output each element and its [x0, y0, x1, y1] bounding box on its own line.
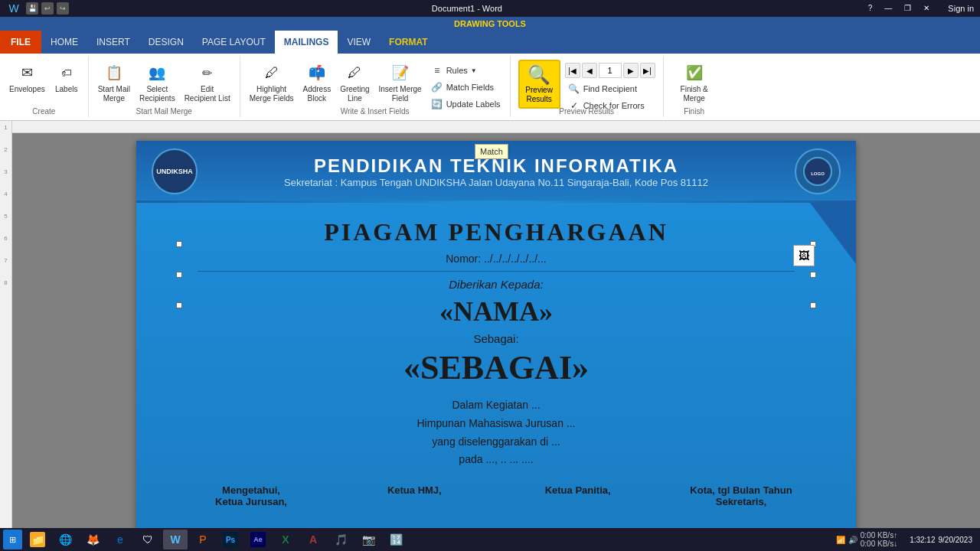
tab-view[interactable]: VIEW: [338, 31, 380, 54]
create-group-label: Create: [0, 107, 88, 116]
rules-button[interactable]: ≡ Rules ▼: [428, 63, 504, 78]
restore-button[interactable]: ❐: [901, 4, 914, 13]
selection-handle-tl[interactable]: [176, 241, 182, 247]
sig-col-2: Ketua HMJ, ... NIM. ...: [345, 484, 483, 534]
tab-page-layout[interactable]: PAGE LAYOUT: [193, 31, 275, 54]
tab-home[interactable]: HOME: [41, 31, 87, 54]
match-fields-button[interactable]: 🔗 Match Fields: [428, 80, 504, 95]
media-icon: 🎵: [333, 532, 348, 547]
file-explorer-icon: 📁: [30, 532, 45, 547]
header-text: PENDIDIKAN TEKNIK INFORMATIKA Sekretaria…: [210, 155, 782, 188]
browser3-button[interactable]: e: [108, 530, 132, 549]
sig-sub-2: Ketua HMJ,: [345, 484, 483, 496]
nav-first-button[interactable]: |◀: [565, 63, 580, 78]
save-icon[interactable]: 💾: [26, 2, 38, 15]
ribbon-group-preview-results: 🔍 PreviewResults |◀ ◀ ▶ ▶| 🔍 Find Recipi…: [511, 57, 664, 117]
browser2-button[interactable]: 🦊: [80, 530, 105, 549]
edit-recipient-icon: ✏: [197, 62, 218, 83]
insert-merge-label: Insert MergeField: [379, 85, 422, 103]
envelopes-button[interactable]: ✉ Envelopes: [6, 60, 48, 96]
find-recipient-icon: 🔍: [568, 83, 580, 95]
calc-icon: 🔢: [388, 532, 403, 547]
excel-button[interactable]: X: [273, 530, 298, 549]
doc-nama-field: «NAMA»: [167, 295, 825, 328]
logo-right: LOGO: [795, 148, 841, 194]
excel-icon: X: [278, 532, 293, 547]
clock: 0:00 KB/s↑0:00 KB/s↓: [861, 531, 897, 548]
title-bar-left: W 💾 ↩ ↪: [6, 1, 69, 16]
logo-left: UNDIKSHA: [152, 148, 198, 194]
access-icon: A: [305, 532, 321, 547]
word-icon: W: [6, 1, 21, 16]
media-button[interactable]: 🎵: [328, 530, 353, 549]
sig-title-1: Mengetahui,: [182, 484, 320, 496]
doc-scroll-area[interactable]: UNDIKSHA PENDIDIKAN TEKNIK INFORMATIKA S…: [12, 133, 980, 534]
redo-icon[interactable]: ↪: [57, 2, 69, 15]
selection-handle-mr[interactable]: [810, 272, 816, 278]
nav-row: |◀ ◀ ▶ ▶|: [565, 63, 655, 78]
labels-icon: 🏷: [56, 62, 77, 83]
start-mail-merge-label: Start MailMerge: [98, 85, 130, 103]
tab-file[interactable]: FILE: [0, 31, 41, 54]
window-controls[interactable]: ? — ❐ ✕ Sign in: [865, 4, 974, 13]
highlight-merge-icon: 🖊: [261, 62, 283, 83]
insert-merge-icon: 📝: [390, 62, 411, 83]
selection-handle-bl[interactable]: [176, 302, 182, 308]
camera-button[interactable]: 📷: [356, 530, 381, 549]
word-taskbar-button[interactable]: W: [163, 530, 188, 549]
tab-mailings[interactable]: MAILINGS: [275, 31, 338, 54]
photoshop-icon: Ps: [223, 532, 238, 547]
browser1-button[interactable]: 🌐: [53, 530, 77, 549]
close-button[interactable]: ✕: [920, 4, 933, 13]
ribbon-group-finish: ✅ Finish &Merge Finish: [664, 57, 725, 117]
tab-design[interactable]: DESIGN: [139, 31, 193, 54]
nav-prev-button[interactable]: ◀: [582, 63, 597, 78]
ribbon-content: ✉ Envelopes 🏷 Labels Create 📋 Start Mail…: [0, 54, 980, 121]
document-container: 1 2 3 4 5 6 7 8 UNDIKSHA PENDIDIKAN TEKN…: [0, 121, 980, 534]
time: 1:32:12: [910, 536, 935, 544]
ae-button[interactable]: Ae: [246, 530, 270, 549]
powerpoint-button[interactable]: P: [191, 530, 215, 549]
access-button[interactable]: A: [301, 530, 325, 549]
ribbon-tabs[interactable]: FILE HOME INSERT DESIGN PAGE LAYOUT MAIL…: [0, 31, 980, 54]
browser3-icon: e: [113, 532, 128, 547]
labels-button[interactable]: 🏷 Labels: [51, 60, 82, 96]
photoshop-button[interactable]: Ps: [218, 530, 243, 549]
nav-last-button[interactable]: ▶|: [640, 63, 655, 78]
doc-dalam-kegiatan: Dalam Kegiatan ... Himpunan Mahasiswa Ju…: [167, 396, 825, 469]
finish-merge-label: Finish &Merge: [681, 85, 708, 103]
doc-body: 🖼 PIAGAM PENGHARGAAN Nomor: ../../../../…: [136, 203, 856, 534]
triangle-decoration: [810, 203, 856, 264]
powerpoint-icon: P: [195, 532, 211, 547]
match-tooltip: Match: [475, 144, 508, 159]
minimize-button[interactable]: —: [881, 4, 895, 13]
labels-label: Labels: [55, 85, 77, 94]
finish-merge-button[interactable]: ✅ Finish &Merge: [678, 60, 711, 106]
ruler-left: 1 2 3 4 5 6 7 8: [0, 121, 12, 534]
help-button[interactable]: ?: [865, 4, 876, 13]
taskbar: ⊞ 📁 🌐 🦊 e 🛡 W P Ps Ae X A 🎵 📷 🔢 📶 �: [0, 528, 980, 551]
selection-handle-ml[interactable]: [176, 272, 182, 278]
file-explorer-button[interactable]: 📁: [25, 530, 50, 549]
selection-handle-br[interactable]: [810, 302, 816, 308]
ribbon-group-start-mail-merge: 📋 Start MailMerge 👥 SelectRecipients ✏ E…: [89, 57, 240, 117]
edit-recipient-list-button[interactable]: ✏ EditRecipient List: [181, 60, 234, 106]
nav-next-button[interactable]: ▶: [623, 63, 639, 78]
select-recipients-button[interactable]: 👥 SelectRecipients: [136, 60, 178, 106]
undo-icon[interactable]: ↩: [41, 2, 54, 15]
calc-button[interactable]: 🔢: [384, 530, 408, 549]
match-fields-label: Match Fields: [446, 83, 494, 92]
find-recipient-button[interactable]: 🔍 Find Recipient: [565, 81, 655, 96]
preview-results-button[interactable]: 🔍 PreviewResults: [518, 60, 560, 109]
tab-format[interactable]: FORMAT: [380, 31, 436, 54]
signature-area: Mengetahui, Ketua Jurusan, ... NIP. ... …: [167, 484, 825, 534]
tab-insert[interactable]: INSERT: [87, 31, 139, 54]
quick-access-toolbar[interactable]: 💾 ↩ ↪: [26, 2, 69, 15]
word-taskbar-icon: W: [168, 532, 183, 547]
start-button[interactable]: ⊞: [3, 530, 22, 549]
sign-in-button[interactable]: Sign in: [948, 4, 974, 13]
nav-page-input[interactable]: [599, 63, 622, 78]
antivirus-button[interactable]: 🛡: [136, 530, 160, 549]
match-fields-icon: 🔗: [431, 81, 443, 93]
start-mail-merge-button[interactable]: 📋 Start MailMerge: [95, 60, 133, 106]
